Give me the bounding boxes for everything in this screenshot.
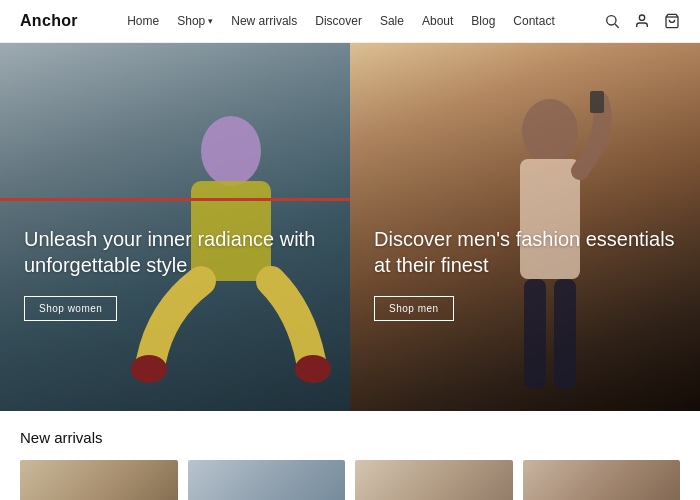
nav-about[interactable]: About: [422, 14, 453, 28]
search-icon[interactable]: [604, 13, 620, 29]
svg-point-7: [295, 355, 331, 383]
hero-men-content: Discover men's fashion essentials at the…: [374, 226, 676, 321]
nav-sale[interactable]: Sale: [380, 14, 404, 28]
svg-rect-10: [590, 91, 604, 113]
shop-women-button[interactable]: Shop women: [24, 296, 117, 321]
red-accent-line: [0, 198, 350, 201]
new-arrivals-section: New arrivals: [0, 411, 700, 500]
nav-home[interactable]: Home: [127, 14, 159, 28]
svg-point-6: [131, 355, 167, 383]
hero-men-title: Discover men's fashion essentials at the…: [374, 226, 676, 278]
nav-shop[interactable]: Shop ▾: [177, 14, 213, 28]
hero-section: Unleash your inner radiance with unforge…: [0, 43, 700, 411]
site-header: Anchor Home Shop ▾ New arrivals Discover…: [0, 0, 700, 43]
svg-line-1: [615, 24, 619, 28]
svg-point-0: [607, 16, 616, 25]
hero-women-content: Unleash your inner radiance with unforge…: [24, 226, 326, 321]
header-icons: [604, 13, 680, 29]
nav-blog[interactable]: Blog: [471, 14, 495, 28]
arrival-card[interactable]: [523, 460, 681, 500]
shop-men-button[interactable]: Shop men: [374, 296, 454, 321]
arrivals-grid: [20, 460, 680, 500]
nav-new-arrivals[interactable]: New arrivals: [231, 14, 297, 28]
arrival-card[interactable]: [355, 460, 513, 500]
hero-women-title: Unleash your inner radiance with unforge…: [24, 226, 326, 278]
main-nav: Home Shop ▾ New arrivals Discover Sale A…: [127, 14, 555, 28]
shop-chevron-icon: ▾: [208, 16, 213, 26]
hero-men-panel: Discover men's fashion essentials at the…: [350, 43, 700, 411]
nav-discover[interactable]: Discover: [315, 14, 362, 28]
svg-point-2: [639, 15, 644, 20]
user-icon[interactable]: [634, 13, 650, 29]
arrival-card[interactable]: [20, 460, 178, 500]
new-arrivals-title: New arrivals: [20, 429, 680, 446]
nav-contact[interactable]: Contact: [513, 14, 554, 28]
cart-icon[interactable]: [664, 13, 680, 29]
svg-point-8: [522, 99, 578, 163]
svg-point-4: [201, 116, 261, 186]
hero-women-panel: Unleash your inner radiance with unforge…: [0, 43, 350, 411]
logo[interactable]: Anchor: [20, 12, 78, 30]
arrival-card[interactable]: [188, 460, 346, 500]
